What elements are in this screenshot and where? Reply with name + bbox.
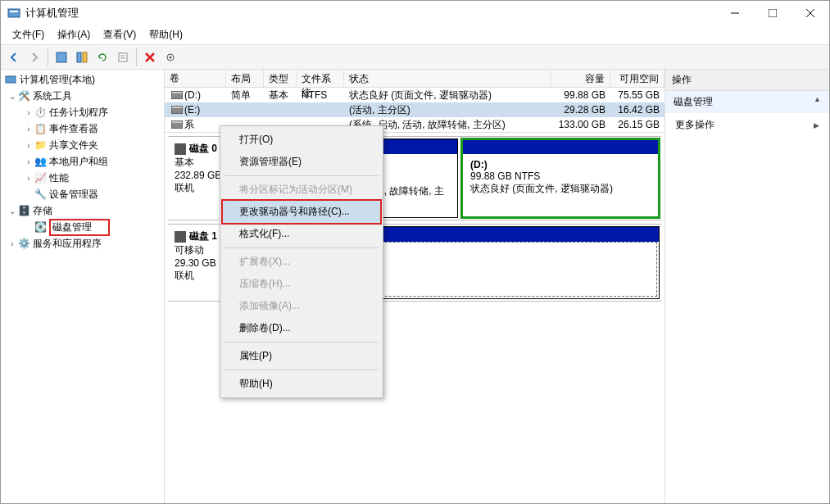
collapse-icon: ⌄ bbox=[7, 207, 17, 216]
tree-storage[interactable]: ⌄🗄️存储 bbox=[1, 202, 164, 219]
refresh-button[interactable] bbox=[93, 48, 112, 67]
disk-icon: 💽 bbox=[34, 220, 47, 234]
services-icon: ⚙️ bbox=[17, 237, 30, 250]
svg-rect-7 bbox=[77, 52, 81, 62]
tree-disk-management[interactable]: 💽磁盘管理 bbox=[1, 219, 164, 235]
toolbar bbox=[1, 45, 829, 70]
expand-icon: › bbox=[24, 174, 34, 183]
actions-section: 磁盘管理▲ bbox=[665, 91, 829, 113]
ctx-format[interactable]: 格式化(F)... bbox=[223, 223, 380, 245]
svg-rect-16 bbox=[6, 76, 16, 83]
clock-icon: ⏱️ bbox=[34, 106, 47, 119]
ctx-open[interactable]: 打开(O) bbox=[223, 129, 380, 151]
tree-event-viewer[interactable]: ›📋事件查看器 bbox=[1, 120, 164, 137]
actions-header: 操作 bbox=[665, 70, 829, 91]
nav-tree: 计算机管理(本地) ⌄🛠️系统工具 ›⏱️任务计划程序 ›📋事件查看器 ›📁共享… bbox=[1, 70, 165, 503]
maximize-button[interactable] bbox=[754, 1, 791, 25]
ctx-separator bbox=[225, 370, 379, 370]
col-layout[interactable]: 布局 bbox=[226, 70, 264, 87]
props-button[interactable] bbox=[113, 48, 133, 67]
col-free[interactable]: 可用空间 bbox=[610, 70, 664, 87]
svg-rect-22 bbox=[172, 121, 182, 123]
tree-performance[interactable]: ›📈性能 bbox=[1, 170, 164, 186]
menu-action[interactable]: 操作(A) bbox=[51, 25, 97, 44]
ctx-mark-active: 将分区标记为活动分区(M) bbox=[223, 179, 380, 201]
ctx-separator bbox=[225, 175, 379, 176]
ctx-delete[interactable]: 删除卷(D)... bbox=[223, 317, 380, 339]
tree-system-tools[interactable]: ⌄🛠️系统工具 bbox=[1, 88, 164, 104]
tree-task-scheduler[interactable]: ›⏱️任务计划程序 bbox=[1, 104, 164, 120]
svg-rect-20 bbox=[172, 107, 182, 108]
svg-rect-3 bbox=[769, 9, 777, 17]
close-button[interactable] bbox=[791, 1, 829, 25]
menu-file[interactable]: 文件(F) bbox=[6, 25, 51, 44]
device-icon: 🔧 bbox=[34, 188, 47, 201]
svg-point-15 bbox=[170, 56, 172, 58]
tree-services[interactable]: ›⚙️服务和应用程序 bbox=[1, 235, 164, 252]
menubar: 文件(F) 操作(A) 查看(V) 帮助(H) bbox=[1, 25, 829, 45]
window-title: 计算机管理 bbox=[25, 6, 716, 20]
volume-table-header: 卷 布局 类型 文件系统 状态 容量 可用空间 bbox=[165, 70, 664, 88]
svg-rect-9 bbox=[119, 53, 127, 61]
perf-icon: 📈 bbox=[34, 171, 47, 184]
app-icon bbox=[7, 7, 20, 20]
tree-root[interactable]: 计算机管理(本地) bbox=[1, 71, 164, 88]
expand-icon: › bbox=[24, 141, 34, 150]
tree-device-manager[interactable]: 🔧设备管理器 bbox=[1, 186, 164, 202]
tools-icon: 🛠️ bbox=[17, 89, 30, 102]
delete-button[interactable] bbox=[140, 48, 160, 67]
titlebar: 计算机管理 bbox=[1, 1, 829, 25]
volume-icon bbox=[171, 103, 184, 116]
ctx-separator bbox=[225, 342, 379, 343]
ctx-change-drive-path[interactable]: 更改驱动器号和路径(C)... bbox=[223, 201, 380, 223]
forward-button[interactable] bbox=[25, 48, 44, 67]
storage-icon: 🗄️ bbox=[17, 204, 30, 217]
ctx-extend: 扩展卷(X)... bbox=[223, 251, 380, 273]
col-volume[interactable]: 卷 bbox=[165, 70, 226, 87]
users-icon: 👥 bbox=[34, 155, 47, 168]
col-capacity[interactable]: 容量 bbox=[551, 70, 610, 87]
volume-table: 卷 布局 类型 文件系统 状态 容量 可用空间 (D:)简单基本NTFS状态良好… bbox=[165, 70, 664, 133]
settings-button[interactable] bbox=[161, 48, 180, 67]
ctx-properties[interactable]: 属性(P) bbox=[223, 345, 380, 367]
expand-icon: › bbox=[24, 125, 34, 134]
menu-help[interactable]: 帮助(H) bbox=[143, 25, 189, 44]
volume-row[interactable]: (E:)(活动, 主分区)29.28 GB16.42 GB bbox=[165, 102, 664, 117]
view1-button[interactable] bbox=[52, 48, 71, 67]
disk-icon bbox=[175, 231, 186, 243]
disk-icon bbox=[175, 143, 186, 155]
right-triangle-icon: ▶ bbox=[814, 121, 819, 129]
col-fs[interactable]: 文件系统 bbox=[297, 70, 344, 87]
svg-rect-6 bbox=[57, 52, 66, 62]
content-area: 计算机管理(本地) ⌄🛠️系统工具 ›⏱️任务计划程序 ›📋事件查看器 ›📁共享… bbox=[1, 70, 829, 503]
tree-local-users[interactable]: ›👥本地用户和组 bbox=[1, 153, 164, 170]
minimize-button[interactable] bbox=[716, 1, 754, 25]
expand-icon: › bbox=[7, 239, 17, 248]
actions-more[interactable]: 更多操作▶ bbox=[665, 113, 829, 137]
up-triangle-icon: ▲ bbox=[814, 95, 821, 103]
ctx-separator bbox=[225, 247, 379, 248]
volume-icon bbox=[171, 118, 184, 131]
actions-panel: 操作 磁盘管理▲ 更多操作▶ bbox=[665, 70, 829, 503]
volume-row[interactable]: (D:)简单基本NTFS状态良好 (页面文件, 逻辑驱动器)99.88 GB75… bbox=[165, 88, 664, 102]
expand-icon: › bbox=[24, 157, 34, 166]
col-type[interactable]: 类型 bbox=[264, 70, 297, 87]
svg-rect-0 bbox=[8, 9, 20, 17]
ctx-shrink: 压缩卷(H)... bbox=[223, 273, 380, 295]
event-icon: 📋 bbox=[34, 122, 47, 135]
menu-view[interactable]: 查看(V) bbox=[97, 25, 143, 44]
svg-rect-8 bbox=[83, 52, 87, 62]
collapse-icon: ⌄ bbox=[7, 92, 17, 101]
back-button[interactable] bbox=[4, 48, 24, 67]
partition-header-bar bbox=[462, 139, 659, 154]
ctx-mirror: 添加镜像(A)... bbox=[223, 295, 380, 317]
tree-shared-folders[interactable]: ›📁共享文件夹 bbox=[1, 137, 164, 153]
svg-rect-1 bbox=[10, 11, 18, 12]
partition-cell[interactable]: (D:)99.88 GB NTFS状态良好 (页面文件, 逻辑驱动器) bbox=[461, 138, 660, 218]
ctx-explorer[interactable]: 资源管理器(E) bbox=[223, 151, 380, 173]
view2-button[interactable] bbox=[72, 48, 92, 67]
col-status[interactable]: 状态 bbox=[344, 70, 551, 87]
svg-rect-18 bbox=[172, 92, 182, 93]
ctx-help[interactable]: 帮助(H) bbox=[223, 373, 380, 395]
expand-icon: › bbox=[24, 108, 34, 117]
